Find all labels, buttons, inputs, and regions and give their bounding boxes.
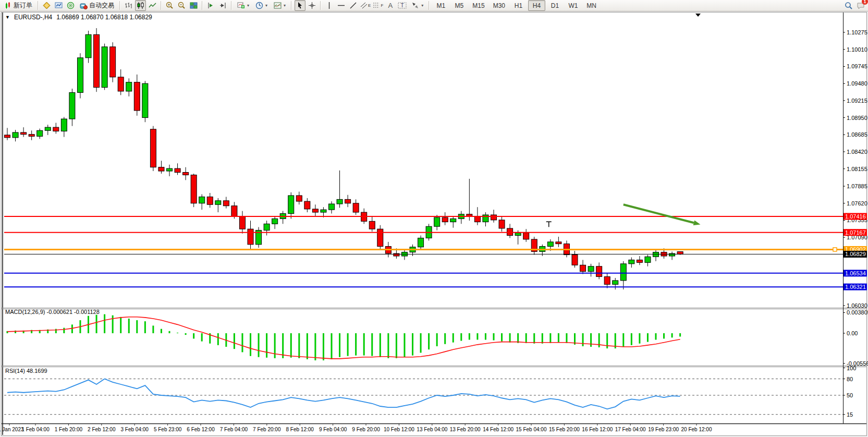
price-axis-label: 1.07620 bbox=[847, 200, 867, 207]
candle-body bbox=[418, 238, 424, 247]
equidistant-channel-button[interactable]: E bbox=[360, 0, 371, 11]
autotrading-label: 自动交易 bbox=[89, 1, 114, 10]
timeframe-w1-button[interactable]: W1 bbox=[565, 0, 582, 11]
text-label-button[interactable]: T bbox=[397, 0, 408, 11]
candle-body bbox=[467, 214, 472, 216]
candle-body bbox=[37, 130, 43, 136]
blue-monitor-icon bbox=[55, 2, 63, 9]
auto-scroll-button[interactable] bbox=[205, 0, 216, 11]
arrows-tool-button[interactable]: ▾ bbox=[409, 0, 426, 11]
timeframe-mn-button[interactable]: MN bbox=[583, 0, 600, 11]
candle-body bbox=[199, 197, 205, 203]
collapse-icon[interactable]: ▼ bbox=[5, 15, 10, 20]
cursor-icon bbox=[296, 2, 304, 9]
macd-histogram-bar bbox=[217, 333, 219, 345]
signals-button[interactable] bbox=[65, 0, 76, 11]
time-axis-label: 19 Feb 23:00 bbox=[648, 427, 679, 432]
candle-body bbox=[158, 167, 164, 171]
fibo-tag: F bbox=[381, 3, 383, 8]
candle-body bbox=[21, 132, 27, 135]
zoom-out-icon bbox=[178, 2, 186, 9]
gold-diamond-icon bbox=[43, 2, 51, 9]
timeframe-h4-button[interactable]: H4 bbox=[528, 0, 545, 11]
macd-histogram-bar bbox=[331, 333, 333, 359]
candle-body bbox=[288, 196, 294, 214]
green-radar-icon bbox=[67, 2, 75, 9]
time-axis-label: 9 Feb 04:00 bbox=[319, 427, 347, 432]
cursor-button[interactable] bbox=[295, 0, 305, 11]
price-axis-label: 1.09745 bbox=[847, 63, 867, 69]
autotrading-button[interactable]: 自动交易 bbox=[77, 0, 117, 11]
time-axis-label: 17 Feb 04:00 bbox=[615, 427, 646, 432]
indicators-button[interactable]: ▾ bbox=[235, 0, 252, 11]
macd-histogram-bar bbox=[598, 333, 600, 347]
horizontal-line-button[interactable] bbox=[336, 0, 347, 11]
macd-histogram-bar bbox=[339, 333, 340, 357]
zoom-out-button[interactable] bbox=[176, 0, 187, 11]
candle-body bbox=[377, 229, 383, 246]
candle-body bbox=[191, 175, 197, 203]
chart-shift-button[interactable] bbox=[217, 0, 228, 11]
time-axis-label: 31 Jan 2023 bbox=[0, 427, 24, 432]
new-order-label: 新订单 bbox=[14, 1, 32, 10]
timeframe-h1-button[interactable]: H1 bbox=[510, 0, 527, 11]
macd-histogram-bar bbox=[258, 333, 260, 357]
line-chart-button[interactable] bbox=[147, 0, 158, 11]
candle-body bbox=[150, 129, 156, 167]
time-axis-label: 7 Feb 04:00 bbox=[220, 427, 248, 432]
vertical-line-button[interactable] bbox=[324, 0, 335, 11]
tile-windows-button[interactable] bbox=[188, 0, 199, 11]
candle-body bbox=[239, 216, 245, 229]
price-axis-label: 1.08950 bbox=[847, 115, 867, 121]
macd-histogram-bar bbox=[169, 331, 170, 333]
macd-histogram-bar bbox=[533, 333, 535, 344]
separator bbox=[320, 1, 321, 10]
macd-histogram-bar bbox=[582, 333, 584, 346]
macd-histogram-bar bbox=[679, 333, 681, 336]
candle-body bbox=[588, 266, 594, 272]
timeframe-m30-button[interactable]: M30 bbox=[490, 0, 509, 11]
macd-histogram-bar bbox=[396, 333, 397, 358]
macd-histogram-bar bbox=[469, 333, 470, 339]
bar-chart-button[interactable] bbox=[123, 0, 134, 11]
charts-window-button[interactable] bbox=[53, 0, 64, 11]
time-axis-label: 2 Feb 12:00 bbox=[88, 427, 116, 432]
search-button[interactable] bbox=[843, 0, 854, 11]
market-watch-button[interactable] bbox=[41, 0, 52, 11]
new-order-icon bbox=[5, 2, 12, 9]
text-tool-icon: A bbox=[388, 2, 393, 9]
time-axis-label: 5 Feb 23:00 bbox=[154, 427, 182, 432]
crosshair-button[interactable] bbox=[307, 0, 317, 11]
zoom-in-button[interactable] bbox=[164, 0, 175, 11]
candle-body bbox=[321, 210, 326, 212]
macd-histogram-bar bbox=[185, 333, 187, 335]
chart-canvas[interactable]: 1.102751.100101.097451.094801.092151.089… bbox=[0, 0, 868, 437]
notifications-button[interactable]: 1 bbox=[855, 0, 866, 11]
periods-button[interactable]: ▾ bbox=[253, 0, 270, 11]
trendline-button[interactable] bbox=[348, 0, 359, 11]
candle-body bbox=[61, 119, 67, 131]
macd-axis-label: 0.00 bbox=[847, 330, 858, 336]
text-tool-button[interactable]: A bbox=[385, 0, 396, 11]
indicators-icon bbox=[237, 2, 245, 9]
price-axis-label: 1.09480 bbox=[847, 80, 867, 87]
timeframe-m1-button[interactable]: M1 bbox=[432, 0, 449, 11]
candle-body bbox=[442, 217, 448, 222]
separator bbox=[231, 1, 232, 10]
mt4-window: 新订单 自动交易 ▾ ▾ ▾ E F A T ▾ bbox=[0, 0, 868, 437]
candle-body bbox=[677, 251, 683, 254]
templates-button[interactable]: ▾ bbox=[271, 0, 288, 11]
toolbar: 新订单 自动交易 ▾ ▾ ▾ E F A T ▾ bbox=[0, 0, 868, 11]
timeframe-d1-button[interactable]: D1 bbox=[546, 0, 564, 11]
new-order-button[interactable]: 新订单 bbox=[2, 0, 35, 11]
timeframe-m15-button[interactable]: M15 bbox=[469, 0, 488, 11]
dropdown-arrow-icon: ▾ bbox=[421, 3, 423, 8]
macd-histogram-bar bbox=[298, 333, 300, 358]
fibonacci-button[interactable]: F bbox=[372, 0, 384, 11]
time-axis-label: 15 Feb 20:00 bbox=[549, 427, 580, 432]
timeframe-group: M1M5M15M30H1H4D1W1MN bbox=[432, 0, 601, 11]
timeframe-m5-button[interactable]: M5 bbox=[450, 0, 468, 11]
candlestick-chart-button[interactable] bbox=[135, 0, 146, 11]
trend-arrow-head bbox=[693, 220, 701, 225]
candle-body bbox=[394, 253, 399, 256]
